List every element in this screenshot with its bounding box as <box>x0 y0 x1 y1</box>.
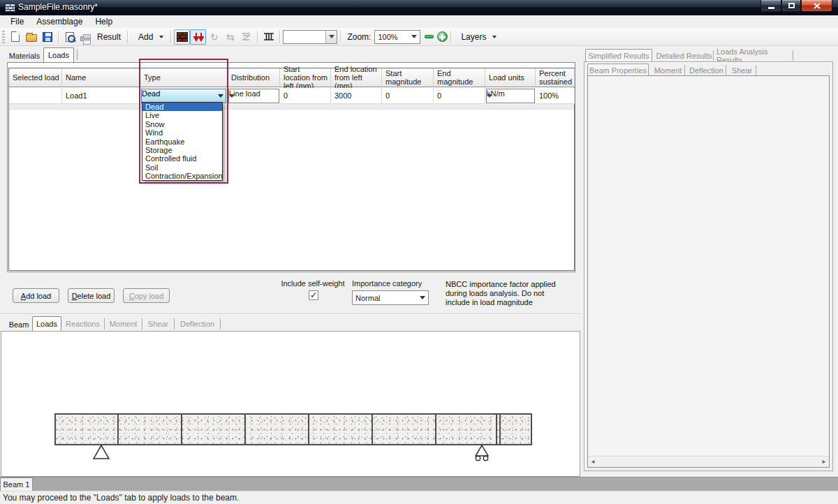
tab-loads-diagram[interactable]: Loads <box>32 316 61 331</box>
include-self-weight-checkbox[interactable]: ✓ <box>309 290 318 300</box>
tab-moment[interactable]: Moment <box>109 318 142 329</box>
horizontal-scrollbar[interactable]: ◄ ► <box>588 456 829 467</box>
status-bar: You may proceed to the "Loads" tab to ap… <box>0 491 838 504</box>
column-header-load-units[interactable]: Load units <box>485 68 536 87</box>
tab-beam[interactable]: Beam <box>6 318 32 331</box>
tab-shear[interactable]: Shear <box>147 318 175 329</box>
add-load-button[interactable]: Add load <box>13 288 59 303</box>
print-button[interactable] <box>78 29 94 45</box>
cell-name[interactable]: Load1 <box>62 88 140 104</box>
column-header-percent-sustained[interactable]: Percent sustained <box>536 68 575 87</box>
beam-joint <box>496 415 497 444</box>
tab-beam-1[interactable]: Beam 1 <box>0 477 33 491</box>
toolbar: Result Add ↻ ⇆ Zoom: <box>0 28 838 46</box>
print-preview-button[interactable] <box>61 29 78 45</box>
cell-end-magnitude[interactable]: 0 <box>434 88 485 104</box>
column-icon <box>263 32 274 41</box>
title-bar: SampleFile.masonry* <box>0 0 838 15</box>
cell-end-location[interactable]: 3000 <box>331 88 382 104</box>
cell-percent-sustained[interactable]: 100% <box>536 88 575 104</box>
beam-drawing-panel <box>1 331 580 477</box>
zoom-out-button[interactable] <box>425 35 434 38</box>
open-file-button[interactable] <box>23 29 39 45</box>
save-button[interactable] <box>39 29 55 45</box>
minimize-button[interactable] <box>760 0 781 12</box>
maximize-button[interactable] <box>781 0 801 12</box>
menu-help[interactable]: Help <box>89 16 119 27</box>
layers-dropdown-button[interactable]: Layers <box>454 32 500 42</box>
scroll-left-icon[interactable]: ◄ <box>590 459 596 465</box>
copy-load-button[interactable]: Copy load <box>123 288 170 303</box>
loads-arrows-icon <box>193 32 204 42</box>
chevron-down-icon <box>329 35 335 38</box>
masonry-view-toggle[interactable] <box>174 29 190 45</box>
tab-detailed-results[interactable]: Detailed Results <box>655 50 714 61</box>
load-units-combobox[interactable]: kN/m <box>486 89 535 103</box>
swap-arrows-icon: ⇆ <box>226 32 235 42</box>
combo-dropdown-button[interactable] <box>417 291 428 304</box>
grid-new-row-strip <box>9 104 574 110</box>
tab-beam-properties[interactable]: Beam Properties <box>587 64 649 76</box>
save-icon <box>43 32 52 42</box>
cell-start-magnitude[interactable]: 0 <box>382 88 434 104</box>
loads-table: Selected load Name Type Distribution Sta… <box>8 68 575 271</box>
column-header-end-magnitude[interactable]: End magnitude <box>434 68 485 87</box>
zoom-label: Zoom: <box>344 32 374 42</box>
combo-dropdown-button[interactable] <box>409 31 420 43</box>
open-folder-icon <box>26 34 37 42</box>
column-header-end-location[interactable]: End location from left (mm) <box>331 68 382 87</box>
tab-deflection[interactable]: Deflection <box>179 318 221 329</box>
column-header-distribution[interactable]: Distribution <box>228 68 280 87</box>
toolbar-separator <box>279 31 280 43</box>
column-view-button[interactable] <box>260 29 277 45</box>
column-header-start-magnitude[interactable]: Start magnitude <box>382 68 434 87</box>
tab-moment-results[interactable]: Moment <box>652 65 685 75</box>
distribution-combobox[interactable]: Line load <box>228 89 279 103</box>
rotate-button[interactable]: ↻ <box>206 29 222 45</box>
document-tabs-bar <box>0 477 838 491</box>
importance-category-combobox[interactable]: Normal <box>352 290 429 305</box>
beam-joint <box>117 415 119 444</box>
toolbar-combobox[interactable] <box>283 30 337 44</box>
scroll-right-icon[interactable]: ► <box>821 459 827 465</box>
result-button[interactable]: Result <box>94 32 124 42</box>
loads-view-toggle[interactable] <box>190 29 206 45</box>
check-icon: ✓ <box>310 291 317 299</box>
tab-loads[interactable]: Loads <box>43 47 74 62</box>
column-header-start-location[interactable]: Start location from left (mm) <box>280 68 331 87</box>
tab-loads-analysis-results[interactable]: Loads Analysis Results <box>716 50 793 61</box>
chevron-down-icon <box>420 296 425 299</box>
toolbar-separator <box>340 31 341 43</box>
importance-category-label: Importance category <box>352 279 436 288</box>
new-file-button[interactable] <box>7 29 23 45</box>
menu-assemblage[interactable]: Assemblage <box>30 16 89 27</box>
status-message: You may proceed to the "Loads" tab to ap… <box>3 493 239 503</box>
tab-simplified-results[interactable]: Simplified Results <box>585 49 652 62</box>
rotate-icon: ↻ <box>210 32 219 42</box>
column-header-selected-load[interactable]: Selected load <box>9 68 62 87</box>
tab-reactions[interactable]: Reactions <box>66 318 105 329</box>
delete-load-button[interactable]: Delete load <box>68 288 115 303</box>
tab-materials[interactable]: Materials <box>6 49 43 62</box>
section-button[interactable] <box>238 29 254 45</box>
column-header-name[interactable]: Name <box>62 68 140 87</box>
chevron-down-icon <box>492 36 497 38</box>
cell-start-location[interactable]: 0 <box>280 88 331 104</box>
add-dropdown-button[interactable]: Add <box>131 32 168 42</box>
tab-divider <box>77 50 78 60</box>
cell-selected-load[interactable] <box>9 88 62 104</box>
toolbar-separator <box>58 31 59 43</box>
close-button[interactable] <box>801 0 832 12</box>
new-file-icon <box>11 31 20 42</box>
swap-button[interactable]: ⇆ <box>222 29 238 45</box>
type-column-annotation-box <box>139 59 228 184</box>
zoom-in-button[interactable] <box>437 31 448 42</box>
tab-deflection-results[interactable]: Deflection <box>687 65 726 75</box>
zoom-combobox[interactable]: 100% <box>374 30 420 44</box>
app-icon <box>5 3 15 12</box>
close-icon <box>814 3 821 9</box>
tab-shear-results[interactable]: Shear <box>728 65 756 75</box>
nbcc-note: NBCC importance factor applied during lo… <box>446 280 564 307</box>
combo-dropdown-button[interactable] <box>325 31 337 43</box>
menu-file[interactable]: File <box>4 16 30 27</box>
